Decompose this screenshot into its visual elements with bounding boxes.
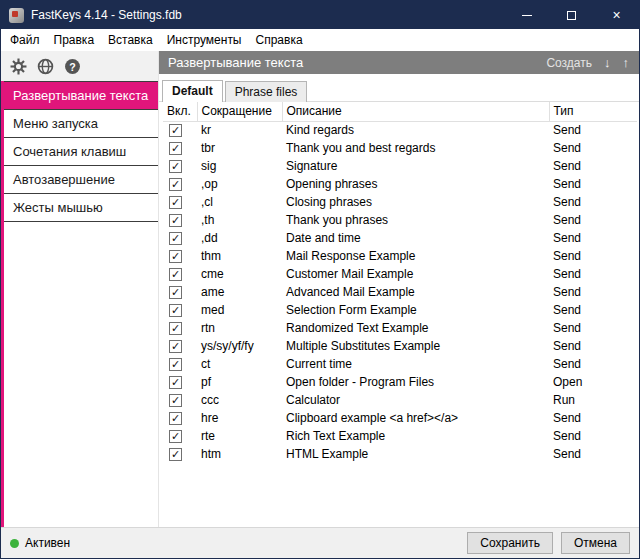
table-row[interactable]: ✓ htm HTML Example Send xyxy=(163,445,637,463)
table-row[interactable]: ✓ rte Rich Text Example Send xyxy=(163,427,637,445)
enabled-checkbox[interactable]: ✓ xyxy=(169,160,182,173)
enabled-cell: ✓ xyxy=(163,427,197,445)
tab-default[interactable]: Default xyxy=(162,80,223,102)
sidebar-toolbar: ? xyxy=(1,51,158,81)
enabled-checkbox[interactable]: ✓ xyxy=(169,430,182,443)
enabled-checkbox[interactable]: ✓ xyxy=(169,196,182,209)
main-panel: Развертывание текста Создать ↓ ↑ Default… xyxy=(159,51,639,527)
enabled-checkbox[interactable]: ✓ xyxy=(169,322,182,335)
enabled-checkbox[interactable]: ✓ xyxy=(169,448,182,461)
enabled-checkbox[interactable]: ✓ xyxy=(169,358,182,371)
enabled-cell: ✓ xyxy=(163,193,197,211)
abbreviation-cell: ccc xyxy=(197,391,282,409)
enabled-checkbox[interactable]: ✓ xyxy=(169,268,182,281)
enabled-cell: ✓ xyxy=(163,265,197,283)
sidebar-items: Развертывание текста Меню запуска Сочета… xyxy=(1,81,158,222)
enabled-checkbox[interactable]: ✓ xyxy=(169,412,182,425)
enabled-checkbox[interactable]: ✓ xyxy=(169,250,182,263)
globe-icon xyxy=(37,58,54,75)
sidebar-item-start-menu[interactable]: Меню запуска xyxy=(1,110,158,138)
table-row[interactable]: ✓ ,cl Closing phrases Send xyxy=(163,193,637,211)
move-up-icon[interactable]: ↑ xyxy=(623,55,630,70)
table-row[interactable]: ✓ ame Advanced Mail Example Send xyxy=(163,283,637,301)
table-row[interactable]: ✓ sig Signature Send xyxy=(163,157,637,175)
menu-help[interactable]: Справка xyxy=(249,30,310,50)
move-down-icon[interactable]: ↓ xyxy=(604,55,611,70)
status-text: Активен xyxy=(25,536,70,550)
help-button[interactable]: ? xyxy=(62,56,82,76)
type-cell: Send xyxy=(549,319,637,337)
create-button[interactable]: Создать xyxy=(546,56,592,70)
enabled-checkbox[interactable]: ✓ xyxy=(169,286,182,299)
table-row[interactable]: ✓ ccc Calculator Run xyxy=(163,391,637,409)
table-row[interactable]: ✓ med Selection Form Example Send xyxy=(163,301,637,319)
close-icon: × xyxy=(612,7,620,23)
column-header-description[interactable]: Описание xyxy=(282,102,549,121)
menu-tools[interactable]: Инструменты xyxy=(160,30,249,50)
settings-button[interactable] xyxy=(8,56,28,76)
menu-file[interactable]: Файл xyxy=(3,30,47,50)
table-header-row: Вкл. Сокращение Описание Тип xyxy=(163,102,637,121)
save-button[interactable]: Сохранить xyxy=(467,532,553,554)
abbreviation-cell: ,th xyxy=(197,211,282,229)
description-cell: Thank you and best regards xyxy=(282,139,549,157)
column-header-type[interactable]: Тип xyxy=(549,102,637,121)
table-row[interactable]: ✓ thm Mail Response Example Send xyxy=(163,247,637,265)
enabled-cell: ✓ xyxy=(163,391,197,409)
section-header: Развертывание текста Создать ↓ ↑ xyxy=(159,51,639,74)
enabled-checkbox[interactable]: ✓ xyxy=(169,124,182,137)
app-window: FastKeys 4.14 - Settings.fdb × Файл Прав… xyxy=(0,0,640,559)
enabled-checkbox[interactable]: ✓ xyxy=(169,340,182,353)
type-cell: Send xyxy=(549,121,637,139)
table-row[interactable]: ✓ pf Open folder - Program Files Open xyxy=(163,373,637,391)
sidebar-item-label: Сочетания клавиш xyxy=(13,144,126,159)
table-row[interactable]: ✓ ct Current time Send xyxy=(163,355,637,373)
type-cell: Open xyxy=(549,373,637,391)
description-cell: Advanced Mail Example xyxy=(282,283,549,301)
sidebar-item-text-expansion[interactable]: Развертывание текста xyxy=(1,82,158,110)
menu-edit[interactable]: Правка xyxy=(47,30,102,50)
table-row[interactable]: ✓ ,op Opening phrases Send xyxy=(163,175,637,193)
table-row[interactable]: ✓ tbr Thank you and best regards Send xyxy=(163,139,637,157)
section-title: Развертывание текста xyxy=(168,55,303,70)
column-header-abbreviation[interactable]: Сокращение xyxy=(197,102,282,121)
tab-phrase-files[interactable]: Phrase files xyxy=(225,81,308,102)
enabled-cell: ✓ xyxy=(163,211,197,229)
menu-insert[interactable]: Вставка xyxy=(101,30,160,50)
enabled-cell: ✓ xyxy=(163,445,197,463)
enabled-checkbox[interactable]: ✓ xyxy=(169,376,182,389)
sidebar-item-shortcuts[interactable]: Сочетания клавиш xyxy=(1,138,158,166)
enabled-cell: ✓ xyxy=(163,319,197,337)
enabled-cell: ✓ xyxy=(163,409,197,427)
close-button[interactable]: × xyxy=(594,1,639,29)
enabled-cell: ✓ xyxy=(163,355,197,373)
table-row[interactable]: ✓ ,dd Date and time Send xyxy=(163,229,637,247)
enabled-checkbox[interactable]: ✓ xyxy=(169,232,182,245)
column-header-enabled[interactable]: Вкл. xyxy=(163,102,197,121)
enabled-checkbox[interactable]: ✓ xyxy=(169,142,182,155)
type-cell: Send xyxy=(549,265,637,283)
maximize-button[interactable] xyxy=(549,1,594,29)
table-row[interactable]: ✓ rtn Randomized Text Example Send xyxy=(163,319,637,337)
cancel-button[interactable]: Отмена xyxy=(561,532,630,554)
minimize-button[interactable] xyxy=(504,1,549,29)
description-cell: Selection Form Example xyxy=(282,301,549,319)
enabled-checkbox[interactable]: ✓ xyxy=(169,304,182,317)
abbreviation-cell: htm xyxy=(197,445,282,463)
sidebar-item-mouse-gestures[interactable]: Жесты мышью xyxy=(1,194,158,222)
status-indicator xyxy=(10,539,19,548)
description-cell: Calculator xyxy=(282,391,549,409)
table-row[interactable]: ✓ cme Customer Mail Example Send xyxy=(163,265,637,283)
abbreviation-cell: ys/sy/yf/fy xyxy=(197,337,282,355)
sidebar-item-autocomplete[interactable]: Автозавершение xyxy=(1,166,158,194)
table-row[interactable]: ✓ ,th Thank you phrases Send xyxy=(163,211,637,229)
table-row[interactable]: ✓ kr Kind regards Send xyxy=(163,121,637,139)
table-row[interactable]: ✓ hre Clipboard example <a href></a> Sen… xyxy=(163,409,637,427)
table-row[interactable]: ✓ ys/sy/yf/fy Multiple Substitutes Examp… xyxy=(163,337,637,355)
language-button[interactable] xyxy=(35,56,55,76)
enabled-checkbox[interactable]: ✓ xyxy=(169,214,182,227)
enabled-checkbox[interactable]: ✓ xyxy=(169,178,182,191)
enabled-checkbox[interactable]: ✓ xyxy=(169,394,182,407)
type-cell: Send xyxy=(549,355,637,373)
abbreviation-cell: cme xyxy=(197,265,282,283)
